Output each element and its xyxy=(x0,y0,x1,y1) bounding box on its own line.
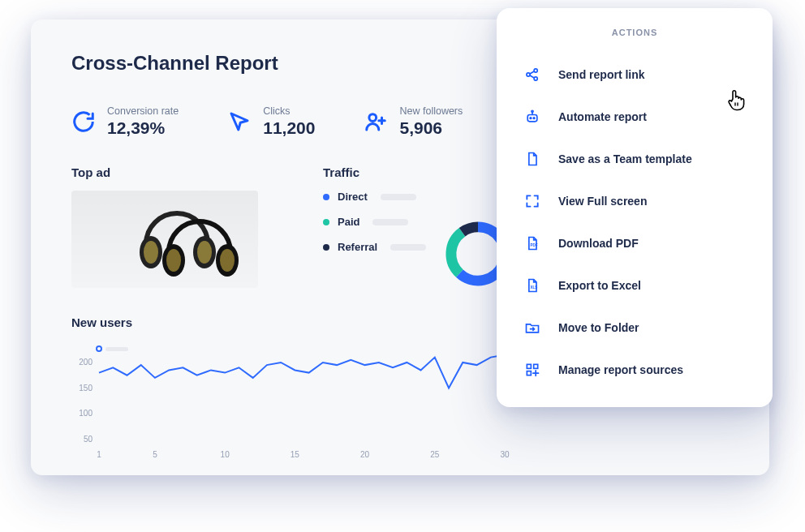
user-plus-icon xyxy=(364,109,388,134)
svg-text:15: 15 xyxy=(291,450,300,459)
legend-dot xyxy=(323,194,329,200)
svg-point-6 xyxy=(166,249,181,272)
svg-point-8 xyxy=(220,249,235,272)
legend-dot xyxy=(323,244,329,251)
svg-point-0 xyxy=(369,114,377,122)
svg-text:50: 50 xyxy=(84,435,93,444)
svg-text:XLS: XLS xyxy=(531,285,538,290)
grid-plus-icon xyxy=(524,362,540,378)
pdf-file-icon: PDF xyxy=(524,235,540,251)
svg-point-26 xyxy=(530,118,532,119)
actions-panel: ACTIONS Send report link Automate report… xyxy=(497,8,773,407)
svg-text:200: 200 xyxy=(79,358,93,367)
svg-rect-32 xyxy=(534,364,538,368)
legend-label: Referral xyxy=(338,241,377,253)
action-label: Manage report sources xyxy=(558,363,683,376)
svg-text:5: 5 xyxy=(153,450,157,459)
stat-value: 12,39% xyxy=(107,118,179,138)
top-ad-image xyxy=(71,191,258,288)
action-move-folder[interactable]: Move to Folder xyxy=(497,307,773,349)
svg-rect-21 xyxy=(105,347,128,351)
action-label: Save as a Team template xyxy=(558,152,692,165)
legend-label: Paid xyxy=(338,216,359,228)
svg-rect-25 xyxy=(527,115,537,122)
action-label: View Full screen xyxy=(558,195,647,208)
svg-text:100: 100 xyxy=(79,409,93,418)
new-users-chart: 50100150200151015202530 xyxy=(71,341,510,462)
svg-point-27 xyxy=(533,118,535,119)
actions-title: ACTIONS xyxy=(497,28,773,37)
action-label: Export to Excel xyxy=(558,279,641,292)
svg-text:1: 1 xyxy=(97,450,101,459)
svg-point-20 xyxy=(97,346,101,351)
svg-text:20: 20 xyxy=(360,450,370,459)
svg-text:150: 150 xyxy=(79,384,93,393)
share-icon xyxy=(524,66,540,83)
legend-label: Direct xyxy=(338,191,368,203)
top-ad-heading: Top ad xyxy=(71,165,274,179)
svg-text:PDF: PDF xyxy=(531,243,538,247)
action-label: Move to Folder xyxy=(558,321,639,334)
legend-dot xyxy=(323,219,329,225)
legend-item: Paid xyxy=(323,216,426,228)
svg-rect-31 xyxy=(527,364,531,368)
stat-value: 5,906 xyxy=(399,118,463,138)
refresh-icon xyxy=(71,109,96,134)
stat-label: New followers xyxy=(399,105,463,117)
stat-value: 11,200 xyxy=(263,118,315,138)
legend-item: Referral xyxy=(323,241,426,253)
action-export-excel[interactable]: XLS Export to Excel xyxy=(497,264,773,307)
legend-bar xyxy=(390,244,426,251)
file-icon xyxy=(524,151,540,167)
traffic-block: Traffic Direct Paid Referral xyxy=(323,165,515,291)
legend-bar xyxy=(372,219,408,225)
stat-label: Conversion rate xyxy=(107,105,179,117)
action-download-pdf[interactable]: PDF Download PDF xyxy=(497,222,773,264)
folder-arrow-icon xyxy=(524,320,540,336)
stat-conversion: Conversion rate 12,39% xyxy=(71,105,179,138)
pointer-cursor-icon xyxy=(724,86,750,112)
stat-clicks: Clicks 11,200 xyxy=(227,105,315,138)
svg-point-4 xyxy=(197,241,212,264)
action-label: Download PDF xyxy=(558,237,639,250)
robot-icon xyxy=(524,109,540,125)
fullscreen-icon xyxy=(524,193,540,209)
stat-followers: New followers 5,906 xyxy=(364,105,463,138)
legend-bar xyxy=(381,194,416,200)
svg-point-28 xyxy=(532,110,533,112)
cursor-icon xyxy=(227,109,252,134)
traffic-legend: Direct Paid Referral xyxy=(323,191,426,266)
action-label: Automate report xyxy=(558,110,647,123)
svg-text:30: 30 xyxy=(500,450,510,459)
xls-file-icon: XLS xyxy=(524,277,540,294)
svg-text:25: 25 xyxy=(430,450,440,459)
stat-label: Clicks xyxy=(263,105,315,117)
action-label: Send report link xyxy=(558,68,645,81)
svg-text:10: 10 xyxy=(221,450,230,459)
action-fullscreen[interactable]: View Full screen xyxy=(497,180,773,222)
action-save-template[interactable]: Save as a Team template xyxy=(497,138,773,180)
top-ad-block: Top ad xyxy=(71,165,274,291)
svg-rect-33 xyxy=(527,371,531,375)
traffic-heading: Traffic xyxy=(323,165,515,179)
svg-point-2 xyxy=(144,241,158,264)
legend-item: Direct xyxy=(323,191,426,203)
action-manage-sources[interactable]: Manage report sources xyxy=(497,349,773,391)
